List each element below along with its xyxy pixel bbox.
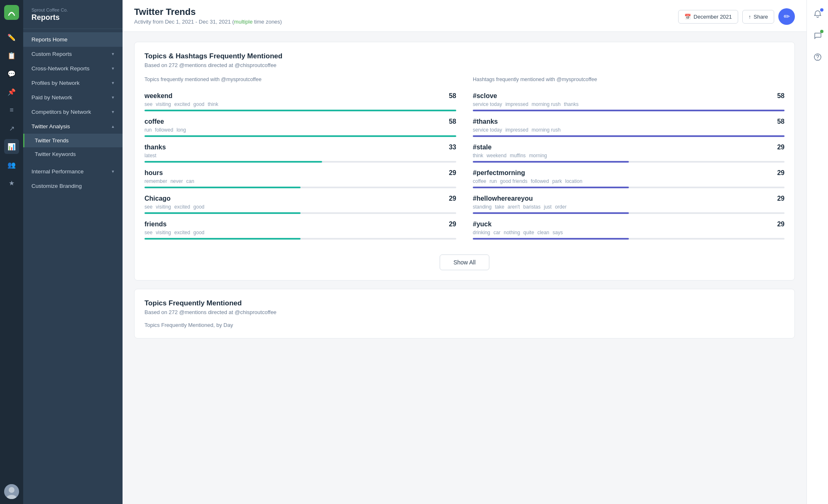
hashtag-count: 58 [777, 92, 785, 100]
sidebar-item-internal-performance[interactable]: Internal Performance ▾ [23, 164, 123, 179]
nav-icon-feed[interactable]: 📋 [4, 48, 19, 63]
sidebar-item-competitors-label: Competitors by Network [31, 109, 91, 115]
topic-row: Chicago29 seevisitingexcitedgood [144, 195, 456, 214]
sidebar-item-paid-label: Paid by Network [31, 94, 72, 101]
calendar-icon: 📅 [684, 14, 691, 20]
chat-icon[interactable] [810, 28, 825, 43]
left-icon-rail: ✏️ 📋 💬 📌 ≡ ↗ 📊 👥 ★ [0, 0, 23, 504]
hashtag-keywords: service todayimpressedmorning rushthanks [473, 101, 785, 107]
hashtag-keywords: coffeerungood friendsfollowedparklocatio… [473, 178, 785, 184]
sidebar-item-cross-network[interactable]: Cross-Network Reports ▾ [23, 61, 123, 76]
hashtag-name: #hellowhereareyou [473, 195, 533, 202]
chevron-down-icon: ▾ [112, 80, 114, 86]
hashtags-column-header: Hashtags frequently mentioned with @mysp… [473, 77, 785, 86]
subtitle-link[interactable]: multiple [234, 19, 253, 25]
topics-mentioned-card: Topics Frequently Mentioned Based on 272… [134, 289, 795, 338]
nav-icon-messages[interactable]: 💬 [4, 66, 19, 81]
hashtag-name: #perfectmorning [473, 169, 525, 177]
content-area: Topics & Hashtags Frequently Mentioned B… [123, 32, 806, 504]
topic-count: 29 [449, 221, 456, 228]
sidebar-item-custom-reports[interactable]: Custom Reports ▾ [23, 47, 123, 61]
topic-name: thanks [144, 144, 166, 151]
date-label: December 2021 [693, 14, 732, 20]
hashtag-count: 58 [777, 118, 785, 125]
compose-icon: ✏ [784, 12, 790, 21]
hashtag-row: #thanks58 service todayimpressedmorning … [473, 118, 785, 137]
sidebar-item-cross-network-label: Cross-Network Reports [31, 65, 89, 72]
hashtag-row: #sclove58 service todayimpressedmorning … [473, 92, 785, 111]
sidebar-item-twitter-analysis[interactable]: Twitter Analysis ▴ [23, 119, 123, 134]
sidebar-item-customize-branding[interactable]: Customize Branding [23, 179, 123, 193]
hashtag-name: #stale [473, 144, 491, 151]
topic-row: hours29 remembernevercan [144, 169, 456, 188]
page-title: Twitter Trends [134, 7, 282, 17]
show-all-button[interactable]: Show All [440, 254, 489, 270]
topic-keywords: seevisitingexcitedgoodthink [144, 101, 456, 107]
chart-label: Topics Frequently Mentioned, by Day [144, 322, 785, 328]
nav-icon-listen[interactable]: ≡ [4, 103, 19, 118]
hashtag-keywords: drinkingcarnothingquitecleansays [473, 230, 785, 235]
topics-column-header: Topics frequently mentioned with @myspro… [144, 77, 456, 86]
topics-column: Topics frequently mentioned with @myspro… [144, 77, 456, 246]
topic-keywords: seevisitingexcitedgood [144, 230, 456, 235]
hashtag-name: #yuck [473, 221, 491, 228]
svg-point-4 [817, 59, 818, 60]
nav-icon-tasks[interactable]: 📌 [4, 84, 19, 99]
sidebar-header: Sprout Coffee Co. Reports [23, 0, 123, 29]
topic-name: Chicago [144, 195, 171, 202]
nav-icon-reports[interactable]: 📊 [4, 139, 19, 154]
hashtags-column: Hashtags frequently mentioned with @mysp… [473, 77, 785, 246]
app-logo [4, 5, 19, 20]
topic-name: friends [144, 221, 166, 228]
topic-name: coffee [144, 118, 164, 125]
subtitle-text: Activity from Dec 1, 2021 - Dec 31, 2021… [134, 19, 234, 25]
user-avatar[interactable] [4, 484, 19, 499]
topic-count: 58 [449, 92, 456, 100]
sidebar-item-profiles-by-network[interactable]: Profiles by Network ▾ [23, 76, 123, 90]
right-rail [806, 0, 828, 504]
topic-row: thanks33 latest [144, 144, 456, 163]
hashtag-row: #hellowhereareyou29 standingtakearen'tba… [473, 195, 785, 214]
hashtag-row: #yuck29 drinkingcarnothingquitecleansays [473, 221, 785, 240]
hashtag-row: #stale29 thinkweekendmuffinsmorning [473, 144, 785, 163]
help-icon[interactable] [810, 50, 825, 65]
chevron-down-icon: ▾ [112, 109, 114, 115]
sidebar-item-competitors-by-network[interactable]: Competitors by Network ▾ [23, 105, 123, 119]
main-content: Twitter Trends Activity from Dec 1, 2021… [123, 0, 806, 504]
sidebar-item-customize-branding-label: Customize Branding [31, 183, 82, 189]
topic-row: coffee58 runfollowedlong [144, 118, 456, 137]
chevron-down-icon: ▾ [112, 169, 114, 174]
sidebar-item-paid-by-network[interactable]: Paid by Network ▾ [23, 90, 123, 105]
nav-icon-star[interactable]: ★ [4, 175, 19, 190]
sidebar-item-twitter-analysis-label: Twitter Analysis [31, 123, 70, 130]
hashtag-keywords: thinkweekendmuffinsmorning [473, 153, 785, 158]
sidebar-item-custom-reports-label: Custom Reports [31, 51, 72, 57]
hashtag-count: 29 [777, 195, 785, 202]
hashtag-name: #sclove [473, 92, 497, 100]
hashtag-count: 29 [777, 144, 785, 151]
share-icon: ↑ [749, 14, 751, 20]
card2-title: Topics Frequently Mentioned [144, 299, 785, 307]
sidebar-item-reports-home[interactable]: Reports Home [23, 32, 123, 47]
date-picker-button[interactable]: 📅 December 2021 [678, 10, 738, 24]
notifications-icon[interactable] [810, 7, 825, 22]
section-title: Reports [31, 13, 114, 22]
show-all-row: Show All [144, 254, 785, 270]
chat-badge [820, 30, 823, 33]
share-label: Share [753, 14, 768, 20]
topics-hashtags-card: Topics & Hashtags Frequently Mentioned B… [134, 42, 795, 281]
nav-icon-compose[interactable]: ✏️ [4, 30, 19, 45]
topic-keywords: latest [144, 153, 456, 158]
share-button[interactable]: ↑ Share [742, 10, 774, 24]
sidebar-item-twitter-trends[interactable]: Twitter Trends [23, 134, 123, 147]
nav-icon-publish[interactable]: ↗ [4, 121, 19, 136]
nav-icon-people[interactable]: 👥 [4, 157, 19, 172]
sidebar-item-twitter-keywords[interactable]: Twitter Keywords [23, 147, 123, 161]
topic-count: 58 [449, 118, 456, 125]
topic-name: weekend [144, 92, 173, 100]
compose-button[interactable]: ✏ [778, 8, 795, 25]
hashtag-count: 29 [777, 169, 785, 177]
topic-row: weekend58 seevisitingexcitedgoodthink [144, 92, 456, 111]
hashtag-name: #thanks [473, 118, 498, 125]
topic-name: hours [144, 169, 163, 177]
